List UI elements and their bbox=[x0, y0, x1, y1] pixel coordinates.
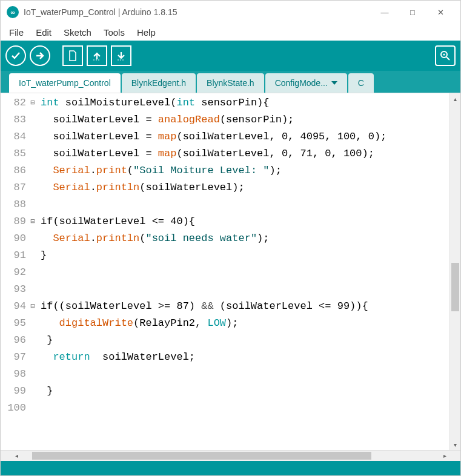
code-text[interactable]: Serial.print("Soil Moiture Level: "); bbox=[37, 162, 282, 179]
code-text[interactable]: } bbox=[37, 247, 47, 264]
svg-point-4 bbox=[443, 54, 445, 56]
code-line: 97 return soilWaterLevel; bbox=[1, 349, 449, 366]
code-line: 99 } bbox=[1, 383, 449, 400]
code-line: 89⊟if(soilWaterLevel <= 40){ bbox=[1, 213, 449, 230]
code-line: 88 bbox=[1, 196, 449, 213]
arrow-down-icon bbox=[116, 51, 126, 61]
code-text[interactable]: return soilWaterLevel; bbox=[37, 349, 195, 366]
vertical-scrollbar-thumb[interactable] bbox=[451, 263, 459, 311]
save-button[interactable] bbox=[111, 45, 131, 66]
code-line: 96 } bbox=[1, 332, 449, 349]
new-button[interactable] bbox=[62, 45, 83, 66]
code-line: 85 soilWaterLevel = map(soilWaterLevel, … bbox=[1, 145, 449, 162]
tab-label: IoT_waterPump_Control bbox=[19, 78, 111, 88]
fold-toggle-icon bbox=[28, 128, 37, 145]
line-number: 94 bbox=[1, 298, 28, 315]
arduino-logo-icon: ∞ bbox=[7, 6, 19, 18]
fold-toggle-icon bbox=[28, 145, 37, 162]
fold-toggle-icon[interactable]: ⊟ bbox=[28, 298, 37, 315]
close-button[interactable]: ✕ bbox=[426, 3, 454, 21]
status-footer bbox=[1, 461, 460, 475]
check-icon bbox=[11, 51, 21, 61]
menu-sketch[interactable]: Sketch bbox=[59, 26, 96, 39]
code-text[interactable] bbox=[37, 281, 41, 298]
fold-toggle-icon[interactable]: ⊟ bbox=[28, 94, 37, 111]
code-text[interactable]: Serial.println("soil needs water"); bbox=[37, 230, 270, 247]
code-text[interactable]: } bbox=[37, 383, 53, 400]
code-text[interactable] bbox=[37, 366, 41, 383]
upload-button[interactable] bbox=[30, 45, 50, 66]
fold-toggle-icon bbox=[28, 366, 37, 383]
line-number: 82 bbox=[1, 94, 28, 111]
code-line: 98 bbox=[1, 366, 449, 383]
arrow-right-icon bbox=[35, 51, 45, 61]
scroll-left-icon[interactable]: ◂ bbox=[1, 452, 32, 459]
code-text[interactable]: soilWaterLevel = map(soilWaterLevel, 0, … bbox=[37, 145, 374, 162]
horizontal-scrollbar[interactable]: ◂ ▸ bbox=[1, 450, 460, 461]
fold-toggle-icon bbox=[28, 400, 37, 417]
code-line: 94⊟if((soilWaterLevel >= 87) && (soilWat… bbox=[1, 298, 449, 315]
line-number: 86 bbox=[1, 162, 28, 179]
tab-label: ConfigMode... bbox=[275, 78, 328, 88]
code-text[interactable] bbox=[37, 400, 41, 417]
horizontal-scrollbar-thumb[interactable] bbox=[32, 452, 371, 460]
code-text[interactable]: int soilMoistureLevel(int sensorPin){ bbox=[37, 94, 270, 111]
tab-blynkstate[interactable]: BlynkState.h bbox=[197, 73, 264, 93]
serial-monitor-button[interactable] bbox=[435, 45, 456, 66]
tab-configmode[interactable]: ConfigMode... bbox=[265, 73, 347, 93]
code-line: 95 digitalWrite(RelayPin2, LOW); bbox=[1, 315, 449, 332]
scroll-right-icon[interactable]: ▸ bbox=[429, 452, 460, 459]
magnifier-icon bbox=[440, 50, 451, 61]
code-text[interactable] bbox=[37, 264, 41, 281]
tab-main[interactable]: IoT_waterPump_Control bbox=[9, 73, 121, 93]
code-area[interactable]: 82⊟int soilMoistureLevel(int sensorPin){… bbox=[1, 93, 449, 450]
line-number: 84 bbox=[1, 128, 28, 145]
toolbar bbox=[1, 41, 460, 71]
scroll-up-icon[interactable]: ▴ bbox=[450, 93, 460, 104]
code-text[interactable]: if(soilWaterLevel <= 40){ bbox=[37, 213, 195, 230]
fold-toggle-icon bbox=[28, 230, 37, 247]
menu-edit[interactable]: Edit bbox=[31, 26, 56, 39]
line-number: 90 bbox=[1, 230, 28, 247]
fold-toggle-icon bbox=[28, 179, 37, 196]
vertical-scrollbar[interactable]: ▴ ▾ bbox=[449, 93, 460, 450]
line-number: 92 bbox=[1, 264, 28, 281]
code-text[interactable] bbox=[37, 196, 41, 213]
line-number: 88 bbox=[1, 196, 28, 213]
maximize-button[interactable]: □ bbox=[399, 3, 426, 21]
fold-toggle-icon bbox=[28, 162, 37, 179]
menu-file[interactable]: File bbox=[4, 26, 28, 39]
code-line: 87 Serial.println(soilWaterLevel); bbox=[1, 179, 449, 196]
code-line: 100 bbox=[1, 400, 449, 417]
code-text[interactable]: soilWaterLevel = map(soilWaterLevel, 0, … bbox=[37, 128, 386, 145]
menubar: File Edit Sketch Tools Help bbox=[1, 24, 460, 41]
code-line: 84 soilWaterLevel = map(soilWaterLevel, … bbox=[1, 128, 449, 145]
chevron-down-icon bbox=[331, 81, 337, 85]
code-line: 82⊟int soilMoistureLevel(int sensorPin){ bbox=[1, 94, 449, 111]
code-text[interactable]: soilWaterLevel = analogRead(sensorPin); bbox=[37, 111, 294, 128]
fold-toggle-icon bbox=[28, 315, 37, 332]
code-text[interactable]: Serial.println(soilWaterLevel); bbox=[37, 179, 245, 196]
line-number: 89 bbox=[1, 213, 28, 230]
tab-blynkedgent[interactable]: BlynkEdgent.h bbox=[122, 73, 196, 93]
open-button[interactable] bbox=[87, 45, 107, 66]
scroll-down-icon[interactable]: ▾ bbox=[450, 439, 460, 450]
menu-help[interactable]: Help bbox=[132, 26, 161, 39]
tab-overflow[interactable]: C bbox=[348, 73, 374, 93]
code-text[interactable]: if((soilWaterLevel >= 87) && (soilWaterL… bbox=[37, 298, 368, 315]
line-number: 85 bbox=[1, 145, 28, 162]
tabstrip: IoT_waterPump_Control BlynkEdgent.h Blyn… bbox=[1, 71, 460, 93]
titlebar: ∞ IoT_waterPump_Control | Arduino 1.8.15… bbox=[1, 1, 460, 24]
code-text[interactable]: } bbox=[37, 332, 53, 349]
code-text[interactable]: digitalWrite(RelayPin2, LOW); bbox=[37, 315, 238, 332]
fold-toggle-icon bbox=[28, 247, 37, 264]
minimize-button[interactable]: — bbox=[371, 3, 399, 21]
line-number: 91 bbox=[1, 247, 28, 264]
fold-toggle-icon bbox=[28, 281, 37, 298]
menu-tools[interactable]: Tools bbox=[99, 26, 130, 39]
line-number: 87 bbox=[1, 179, 28, 196]
verify-button[interactable] bbox=[5, 45, 26, 66]
fold-toggle-icon bbox=[28, 111, 37, 128]
fold-toggle-icon[interactable]: ⊟ bbox=[28, 213, 37, 230]
fold-toggle-icon bbox=[28, 332, 37, 349]
